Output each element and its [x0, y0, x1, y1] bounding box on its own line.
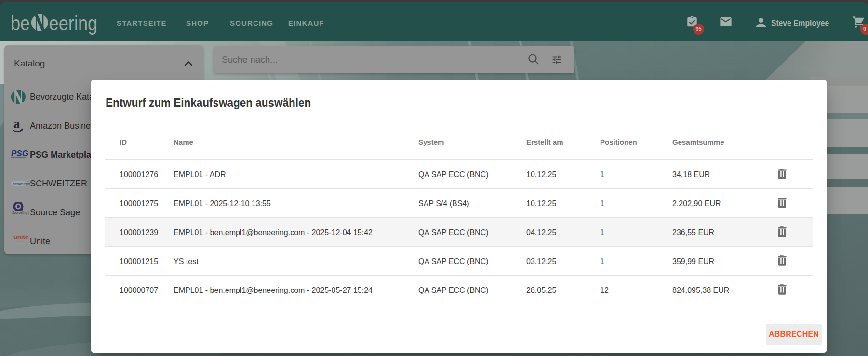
svg-text:eering: eering	[49, 12, 98, 35]
svg-text:by unite: by unite	[16, 240, 25, 243]
svg-text:schweitzer: schweitzer	[13, 182, 30, 185]
svg-text:a: a	[13, 118, 20, 131]
svg-text:unite: unite	[13, 234, 28, 240]
svg-text:PSG: PSG	[11, 149, 28, 158]
svg-text:SourceSage: SourceSage	[12, 211, 29, 215]
svg-text:be: be	[11, 12, 30, 35]
